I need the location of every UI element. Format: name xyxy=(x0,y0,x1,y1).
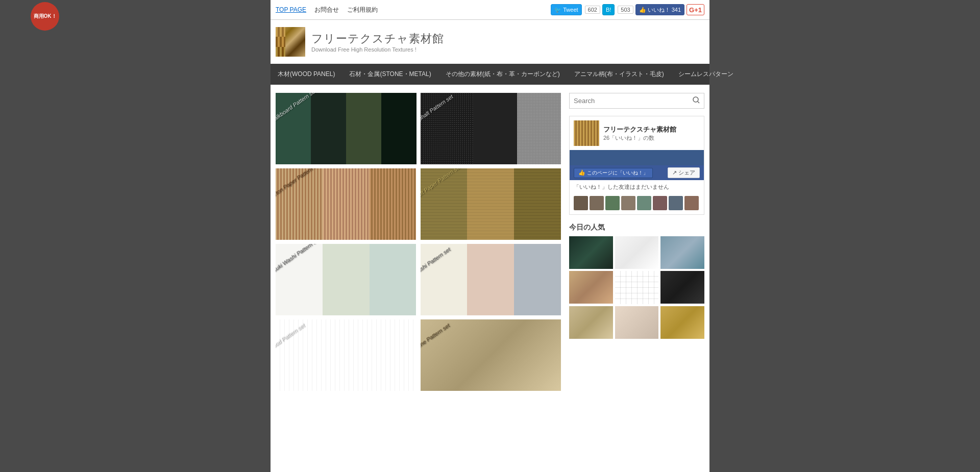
search-icon xyxy=(693,96,700,104)
search-input[interactable] xyxy=(570,94,689,108)
twitter-button[interactable]: 🐦 Tweet xyxy=(551,4,581,15)
popular-item-9[interactable] xyxy=(660,306,704,339)
fb-friends-text: 「いいね！」した友達はまだいません xyxy=(570,180,704,194)
popular-grid xyxy=(569,236,704,339)
fb-avatar-8 xyxy=(684,196,699,210)
twitter-count: 602 xyxy=(585,6,600,14)
texture-thumb-wood: Wood Pattern set xyxy=(276,319,416,391)
texture-item-chalkboard[interactable]: Chalkboard Pattern set xyxy=(276,93,416,164)
site-header: フリーテクスチャ素材館 Download Free High Resolutio… xyxy=(271,20,709,64)
fb-likes-count: 26「いいね！」の数 xyxy=(603,134,676,142)
popular-item-4[interactable] xyxy=(569,271,613,304)
twitter-label: Tweet xyxy=(563,7,578,13)
popular-title: 今日の人気 xyxy=(569,223,704,232)
outer-wrapper: TOP PAGE お問合せ ご利用規約 🐦 Tweet 602 B! 503 👍… xyxy=(0,0,980,472)
nav-other[interactable]: その他の素材(紙・布・革・カーボンなど) xyxy=(438,64,567,85)
fb-ok-badge: 商用OK！ xyxy=(31,2,59,31)
popular-item-2[interactable] xyxy=(615,236,659,269)
facebook-widget: フリーテクスチャ素材館 26「いいね！」の数 商用OK！ 👍 このページに「いい… xyxy=(569,116,704,215)
nav-contact[interactable]: お問合せ xyxy=(314,6,339,14)
texture-item-carton[interactable]: Carton Paper Pattern set xyxy=(276,168,416,240)
sidebar: フリーテクスチャ素材館 26「いいね！」の数 商用OK！ 👍 このページに「いい… xyxy=(569,93,704,391)
fb-like-button[interactable]: 👍 このページに「いいね！」 xyxy=(574,168,653,178)
texture-item-stone[interactable]: Stone Pattern set xyxy=(421,319,561,391)
texture-thumb-chalkboard: Chalkboard Pattern set xyxy=(276,93,416,164)
fb-avatar-7 xyxy=(669,196,683,210)
fb-avatars xyxy=(570,194,704,214)
popular-item-6[interactable] xyxy=(660,271,704,304)
thumb-icon: 👍 xyxy=(639,7,646,13)
fb-avatar-5 xyxy=(637,196,651,210)
hatena-button[interactable]: B! xyxy=(602,4,615,15)
texture-item-kraft[interactable]: Kraft Paper Pattern set xyxy=(421,168,561,240)
hatena-label: B! xyxy=(606,7,611,13)
hatena-count: 503 xyxy=(618,6,633,14)
site-title: フリーテクスチャ素材館 xyxy=(311,31,444,46)
search-box xyxy=(569,93,704,109)
popular-item-8[interactable] xyxy=(615,306,659,339)
site-wrapper: TOP PAGE お問合せ ご利用規約 🐦 Tweet 602 B! 503 👍… xyxy=(271,0,709,472)
fb-avatar-2 xyxy=(590,196,604,210)
fb-avatar-6 xyxy=(653,196,667,210)
top-nav: TOP PAGE お問合せ ご利用規約 xyxy=(276,6,378,14)
content-left: Chalkboard Pattern set xyxy=(276,93,561,391)
texture-item-washi[interactable]: Washi Pattern set xyxy=(421,244,561,315)
facebook-count: 341 xyxy=(672,7,681,13)
main-nav: 木材(WOOD PANEL) 石材・金属(STONE・METAL) その他の素材… xyxy=(271,64,709,85)
facebook-like-button[interactable]: 👍 いいね！ 341 xyxy=(635,4,684,15)
nav-stone-metal[interactable]: 石材・金属(STONE・METAL) xyxy=(342,64,438,85)
stone-label: Stone Pattern set xyxy=(421,319,561,391)
texture-thumb-carton: Carton Paper Pattern set xyxy=(276,168,416,240)
fb-like-icon: 👍 xyxy=(578,169,585,176)
texture-grid: Chalkboard Pattern set xyxy=(276,93,561,391)
fb-avatar-3 xyxy=(605,196,620,210)
popular-item-5[interactable] xyxy=(615,271,659,304)
fb-action-bar: 👍 このページに「いいね！」 ↗ シェア xyxy=(570,165,704,180)
fb-banner xyxy=(570,150,704,165)
fb-avatar-1 xyxy=(574,196,588,210)
texture-item-wood[interactable]: Wood Pattern set xyxy=(276,319,416,391)
nav-wood[interactable]: 木材(WOOD PANEL) xyxy=(271,64,342,85)
svg-line-1 xyxy=(698,102,699,103)
nav-terms[interactable]: ご利用規約 xyxy=(347,6,378,14)
texture-thumb-asphalt: Asphalt Pattern set xyxy=(421,93,561,164)
twitter-icon: 🐦 xyxy=(554,7,561,13)
svg-point-0 xyxy=(693,97,698,102)
fb-widget-header: フリーテクスチャ素材館 26「いいね！」の数 商用OK！ xyxy=(570,116,704,150)
texture-thumb-kraft: Kraft Paper Pattern set xyxy=(421,168,561,240)
nav-toppage[interactable]: TOP PAGE xyxy=(276,6,306,13)
popular-item-1[interactable] xyxy=(569,236,613,269)
top-bar: TOP PAGE お問合せ ご利用規約 🐦 Tweet 602 B! 503 👍… xyxy=(271,0,709,20)
texture-thumb-tesuki: Tesuki Washi Pattern set xyxy=(276,244,416,315)
popular-item-3[interactable] xyxy=(660,236,704,269)
wood-label: Wood Pattern set xyxy=(276,319,416,391)
social-buttons: 🐦 Tweet 602 B! 503 👍 いいね！ 341 G+1 xyxy=(551,4,704,15)
fb-share-button[interactable]: ↗ シェア xyxy=(668,167,700,178)
facebook-label: いいね！ xyxy=(648,6,670,14)
main-content: Chalkboard Pattern set xyxy=(271,85,709,399)
fb-avatar-4 xyxy=(621,196,635,210)
nav-seamless[interactable]: シームレスパターン xyxy=(671,64,741,85)
search-button[interactable] xyxy=(689,93,704,108)
texture-thumb-stone: Stone Pattern set xyxy=(421,319,561,391)
fb-logo xyxy=(574,120,599,146)
fb-like-label: このページに「いいね！」 xyxy=(587,169,648,177)
logo-text: フリーテクスチャ素材館 Download Free High Resolutio… xyxy=(311,31,444,53)
site-tagline: Download Free High Resolution Textures ! xyxy=(311,46,444,53)
site-logo[interactable] xyxy=(276,27,305,57)
gplus-button[interactable]: G+1 xyxy=(687,4,704,15)
popular-section: 今日の人気 xyxy=(569,223,704,339)
texture-item-tesuki[interactable]: Tesuki Washi Pattern set xyxy=(276,244,416,315)
nav-animal[interactable]: アニマル柄(布・イラスト・毛皮) xyxy=(567,64,671,85)
texture-thumb-washi: Washi Pattern set xyxy=(421,244,561,315)
texture-item-asphalt[interactable]: Asphalt Pattern set xyxy=(421,93,561,164)
gplus-label: G+1 xyxy=(689,6,702,14)
fb-info: フリーテクスチャ素材館 26「いいね！」の数 xyxy=(603,125,676,142)
fb-title: フリーテクスチャ素材館 xyxy=(603,125,676,134)
fb-share-icon: ↗ xyxy=(672,169,677,176)
fb-share-label: シェア xyxy=(678,169,695,177)
popular-item-7[interactable] xyxy=(569,306,613,339)
